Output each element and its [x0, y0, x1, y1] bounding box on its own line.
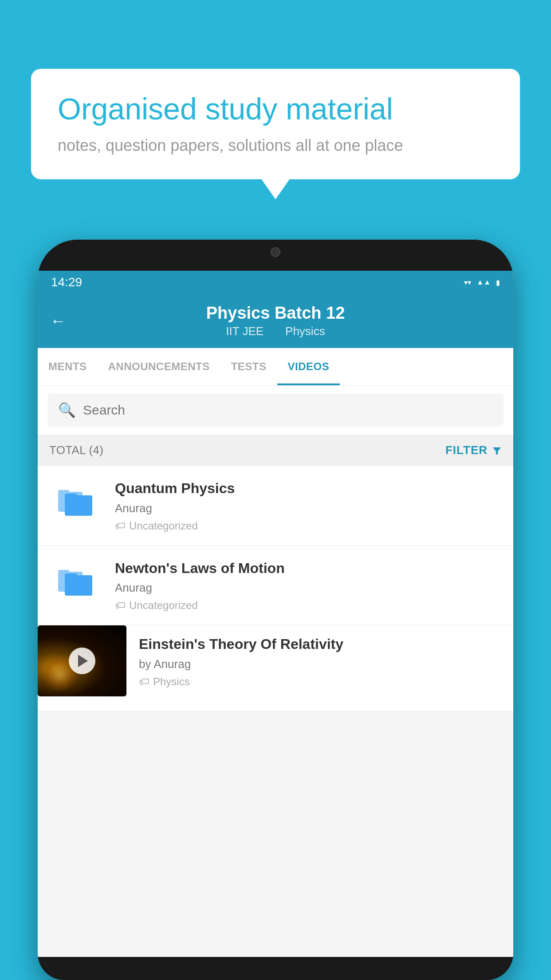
- tag-label: Uncategorized: [129, 599, 198, 612]
- subtitle-right: Physics: [285, 324, 325, 338]
- phone-notch: [236, 240, 315, 264]
- play-triangle: [78, 655, 88, 667]
- tag-label: Physics: [153, 676, 190, 688]
- tab-videos[interactable]: VIDEOS: [277, 348, 340, 385]
- video-tag: 🏷 Uncategorized: [115, 520, 502, 532]
- video-title: Quantum Physics: [115, 479, 502, 498]
- phone-top-bar: [38, 240, 513, 271]
- tag-icon: 🏷: [115, 520, 126, 532]
- back-button[interactable]: ←: [50, 312, 66, 330]
- video-thumbnail-3: [38, 625, 126, 696]
- video-author: Anurag: [115, 502, 502, 515]
- header-subtitle: IIT JEE Physics: [206, 324, 345, 338]
- total-count: TOTAL (4): [49, 443, 103, 457]
- tab-announcements[interactable]: ANNOUNCEMENTS: [98, 348, 220, 385]
- speech-bubble-container: Organised study material notes, question…: [31, 69, 520, 179]
- video-author: by Anurag: [139, 657, 504, 671]
- signal-icon: ▲▲: [476, 278, 491, 286]
- folder-icon: [56, 564, 96, 599]
- front-camera: [271, 247, 280, 257]
- filter-icon: [492, 446, 502, 455]
- video-tag: 🏷 Physics: [139, 676, 504, 688]
- filter-label: FILTER: [445, 443, 488, 457]
- video-thumbnail-2: [49, 559, 102, 604]
- tabs-container: MENTS ANNOUNCEMENTS TESTS VIDEOS: [38, 348, 513, 386]
- wifi-icon: ▾▾: [464, 278, 471, 287]
- status-icons: ▾▾ ▲▲ ▮: [464, 278, 500, 287]
- phone-screen: 14:29 ▾▾ ▲▲ ▮ ← Physics Batch 12 IIT JEE…: [38, 271, 513, 957]
- svg-rect-7: [65, 575, 92, 596]
- app-header: ← Physics Batch 12 IIT JEE Physics: [38, 294, 513, 348]
- video-author: Anurag: [115, 581, 502, 595]
- video-info-3: Einstein's Theory Of Relativity by Anura…: [139, 625, 513, 698]
- video-info-2: Newton's Laws of Motion Anurag 🏷 Uncateg…: [115, 559, 502, 612]
- header-title-area: Physics Batch 12 IIT JEE Physics: [206, 304, 345, 338]
- svg-marker-0: [493, 447, 501, 454]
- speech-bubble-subtext: notes, question papers, solutions all at…: [58, 136, 493, 155]
- filter-bar: TOTAL (4) FILTER: [38, 435, 513, 466]
- video-title: Newton's Laws of Motion: [115, 559, 502, 578]
- speech-bubble: Organised study material notes, question…: [31, 69, 520, 179]
- video-tag: 🏷 Uncategorized: [115, 599, 502, 612]
- svg-rect-3: [65, 495, 92, 516]
- svg-rect-8: [65, 573, 77, 578]
- list-item[interactable]: Newton's Laws of Motion Anurag 🏷 Uncateg…: [38, 546, 513, 626]
- status-bar: 14:29 ▾▾ ▲▲ ▮: [38, 271, 513, 294]
- list-item[interactable]: Quantum Physics Anurag 🏷 Uncategorized: [38, 466, 513, 546]
- video-info-1: Quantum Physics Anurag 🏷 Uncategorized: [115, 479, 502, 532]
- speech-bubble-heading: Organised study material: [58, 91, 493, 127]
- play-button[interactable]: [69, 648, 95, 674]
- svg-rect-4: [65, 494, 77, 498]
- search-input-wrapper[interactable]: 🔍: [47, 394, 504, 427]
- folder-icon: [56, 484, 96, 519]
- tag-icon: 🏷: [115, 599, 126, 612]
- video-thumbnail-1: [49, 479, 102, 524]
- tag-label: Uncategorized: [129, 520, 198, 532]
- subtitle-left: IIT JEE: [226, 324, 264, 338]
- battery-icon: ▮: [496, 278, 500, 287]
- page-title: Physics Batch 12: [206, 304, 345, 323]
- status-time: 14:29: [51, 275, 82, 289]
- video-title: Einstein's Theory Of Relativity: [139, 635, 504, 654]
- phone-frame: 14:29 ▾▾ ▲▲ ▮ ← Physics Batch 12 IIT JEE…: [38, 240, 513, 980]
- search-container: 🔍: [38, 386, 513, 435]
- tab-tests[interactable]: TESTS: [220, 348, 277, 385]
- search-input[interactable]: [83, 403, 493, 418]
- list-item[interactable]: Einstein's Theory Of Relativity by Anura…: [38, 625, 513, 711]
- search-icon: 🔍: [58, 402, 76, 419]
- tag-icon: 🏷: [139, 676, 150, 688]
- filter-button[interactable]: FILTER: [445, 443, 502, 457]
- content-area: Quantum Physics Anurag 🏷 Uncategorized: [38, 466, 513, 711]
- tab-ments[interactable]: MENTS: [38, 348, 98, 385]
